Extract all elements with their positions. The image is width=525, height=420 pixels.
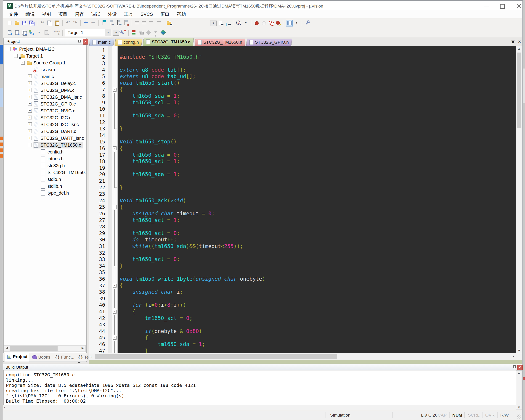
tree-item[interactable]: STC32G_TM1650.h — [40, 169, 86, 176]
scroll-up-icon[interactable]: ▲ — [516, 371, 522, 374]
scroll-left-icon[interactable]: ◀ — [5, 346, 9, 350]
batch-build-icon[interactable]: ↓ — [28, 29, 35, 36]
build-icon[interactable]: ↓ — [14, 29, 20, 36]
editor-hscrollbar[interactable]: ‹ › — [89, 353, 522, 360]
tree-item[interactable]: main.c — [33, 73, 56, 80]
code-line[interactable]: 8 tm1650_sda = 1; — [89, 93, 522, 99]
tree-item[interactable]: STC32G_DMA.c — [33, 87, 76, 94]
tree-row[interactable]: +STC32G_UART.c — [3, 128, 86, 135]
manage-rte-icon[interactable] — [131, 29, 137, 36]
code-line[interactable]: 5extern u8 code tab_ud[]; — [89, 73, 522, 80]
code-line[interactable]: 6void tm1650_start() — [89, 80, 522, 86]
undo-icon[interactable]: ↶ — [65, 20, 71, 27]
code-line[interactable]: 41- { — [89, 308, 522, 315]
editor-tab-stc32g_tm1650-h[interactable]: STC32G_TM1650.h — [194, 39, 245, 46]
tree-row[interactable]: config.h — [3, 149, 86, 155]
resize-grip[interactable] — [517, 414, 521, 419]
manage-items-icon[interactable] — [138, 29, 145, 36]
tree-row[interactable]: -Source Group 1 — [3, 59, 86, 66]
tree-row[interactable]: STC32G_TM1650.h — [3, 169, 86, 176]
code-line[interactable]: 28 — [89, 223, 522, 230]
copy-icon[interactable] — [46, 20, 53, 27]
menu-item-7[interactable]: 工具 — [120, 10, 137, 18]
build-output-close-icon[interactable] — [517, 365, 523, 370]
function-filter-icon[interactable] — [152, 29, 159, 36]
project-panel-close-icon[interactable] — [83, 39, 88, 45]
code-line[interactable]: 39 — [89, 295, 522, 302]
collapse-icon[interactable]: - — [14, 54, 18, 58]
pin-icon[interactable] — [511, 365, 516, 369]
tree-row[interactable]: +main.c — [3, 73, 86, 80]
pack-installer-icon[interactable] — [160, 29, 167, 36]
code-line[interactable]: 36void tm1650_write_1byte(unsigned char … — [89, 276, 522, 282]
incremental-find-icon[interactable]: ↓ — [224, 20, 231, 27]
stop-build-icon[interactable]: ✕ — [43, 29, 50, 36]
editor-vscrollbar[interactable]: ▲ ▼ — [516, 46, 522, 353]
expand-icon[interactable]: + — [28, 109, 32, 112]
tree-row[interactable]: +STC32G_I2C.c — [3, 114, 86, 121]
minimize-button[interactable] — [480, 1, 494, 10]
fold-collapse-icon[interactable]: - — [113, 88, 116, 92]
tab-close-icon[interactable]: ✕ — [518, 39, 521, 44]
collapse-icon[interactable]: - — [7, 47, 10, 51]
code-line[interactable]: 35 — [89, 269, 522, 276]
panel-tab-project[interactable]: Project — [5, 353, 29, 361]
close-button[interactable] — [512, 1, 525, 10]
editor-tab-stc32g_gpio-h[interactable]: STC32G_GPIO.h — [246, 39, 292, 46]
tree-item[interactable]: STC32G_GPIO.c — [33, 101, 78, 107]
expand-icon[interactable]: + — [28, 136, 32, 140]
menu-item-10[interactable]: 帮助 — [173, 10, 189, 18]
tree-item[interactable]: STC32G_UART.c — [33, 128, 78, 135]
configure-icon[interactable] — [304, 20, 311, 27]
caret-icon[interactable]: ▾ — [293, 20, 300, 27]
menu-item-5[interactable]: 调试 — [87, 10, 104, 18]
code-line[interactable]: 29 tm1650_scl = 0; — [89, 230, 522, 237]
code-line[interactable]: 30 do timeout++; — [89, 236, 522, 243]
breakpoint-kill-all-icon[interactable]: ✕ — [275, 20, 282, 27]
save-all-icon[interactable] — [28, 20, 35, 27]
code-line[interactable]: 12 — [89, 119, 522, 126]
bookmark-toggle-icon[interactable] — [101, 20, 107, 27]
build-output-log[interactable]: compiling STC32G_TM1650.c...linking...Pr… — [3, 370, 516, 405]
tree-item[interactable]: config.h — [40, 149, 65, 155]
debug-session-icon[interactable]: d — [235, 20, 242, 27]
tab-list-dropdown-icon[interactable]: ▼ — [511, 39, 515, 44]
code-line[interactable]: 20 tm1650_sda = 1; — [89, 171, 522, 178]
menu-item-3[interactable]: 项目 — [55, 10, 71, 18]
code-line[interactable]: 37-{ — [89, 282, 522, 289]
scroll-left-icon[interactable]: ‹ — [4, 405, 5, 409]
uncomment-icon[interactable] — [155, 20, 162, 27]
code-line[interactable]: 33 tm1650_scl = 0; — [89, 256, 522, 263]
code-line[interactable]: 31 while((tm1650_sda)&&(timeout<255)); — [89, 243, 522, 250]
code-line[interactable]: 46 tm1650_sda = 1; — [89, 341, 522, 348]
rebuild-icon[interactable]: ↓ — [21, 29, 28, 36]
caret-icon[interactable]: ▾ — [242, 20, 249, 27]
caret-icon[interactable]: ▾ — [36, 29, 43, 36]
code-line[interactable]: 19 — [89, 165, 522, 171]
nav-back-icon[interactable]: ← — [83, 20, 89, 27]
target-select[interactable]: Target 1▾ — [65, 29, 111, 36]
tree-row[interactable]: +STC32G_GPIO.c — [3, 101, 86, 107]
tree-item[interactable]: stdio.h — [40, 176, 63, 183]
panel-tab-books[interactable]: Books — [30, 353, 52, 361]
menu-item-1[interactable]: 编辑 — [22, 10, 38, 18]
tree-row[interactable]: isr.asm — [3, 66, 86, 73]
fold-collapse-icon[interactable]: - — [113, 336, 116, 340]
code-line[interactable]: 3 — [89, 60, 522, 67]
code-line[interactable]: 22} — [89, 184, 522, 191]
open-folder-icon[interactable] — [14, 20, 20, 27]
code-line[interactable]: 1 — [89, 47, 522, 54]
tree-item[interactable]: type_def.h — [40, 190, 71, 196]
tree-row[interactable]: +STC32G_Delay.c — [3, 80, 86, 87]
menu-item-2[interactable]: 视图 — [38, 10, 55, 18]
code-line[interactable]: 21 — [89, 178, 522, 184]
panel-tab-func[interactable]: {}Func... — [53, 353, 76, 361]
editor-tab-main-c[interactable]: main.c — [89, 39, 114, 46]
code-line[interactable]: 9 tm1650_scl = 1; — [89, 99, 522, 106]
code-line[interactable]: 15void tm1650_stop() — [89, 138, 522, 145]
expand-icon[interactable]: + — [28, 116, 32, 120]
tree-item[interactable]: Project: DMA-I2C — [12, 46, 57, 53]
code-line[interactable]: 14 — [89, 132, 522, 139]
tree-item[interactable]: STC32G_TM1650.c — [33, 142, 83, 149]
outdent-icon[interactable] — [141, 20, 147, 27]
